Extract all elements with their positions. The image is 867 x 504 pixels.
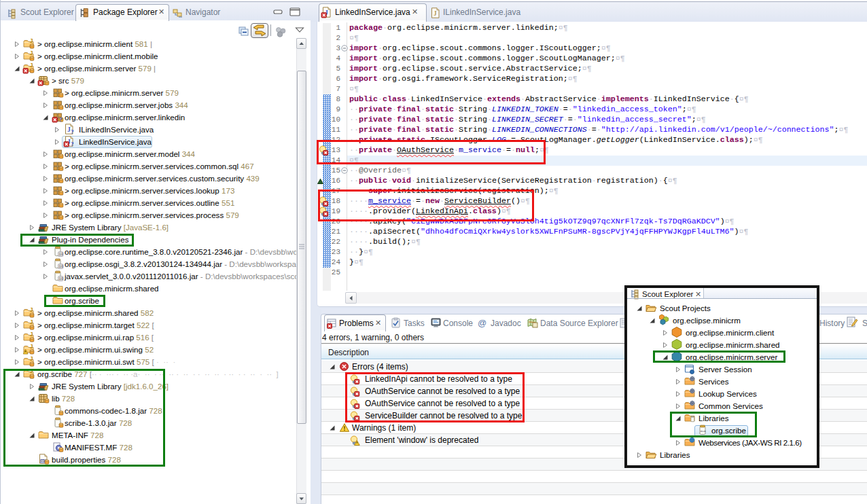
svg-text:?: ? (71, 141, 73, 147)
svg-text:J: J (29, 331, 33, 338)
svg-text:?: ? (71, 128, 73, 135)
svg-text:J: J (29, 343, 33, 350)
svg-text:J: J (29, 355, 33, 362)
svg-text:J: J (29, 37, 33, 44)
svg-text:10: 10 (58, 265, 63, 269)
svg-text:J: J (29, 50, 33, 56)
svg-text:10: 10 (58, 253, 63, 257)
svg-text:J: J (29, 306, 33, 313)
svg-text:J: J (29, 62, 33, 69)
svg-text:10: 10 (58, 277, 63, 281)
svg-text:J: J (434, 10, 437, 17)
svg-text:?: ? (59, 116, 62, 123)
svg-text:J: J (29, 319, 33, 325)
